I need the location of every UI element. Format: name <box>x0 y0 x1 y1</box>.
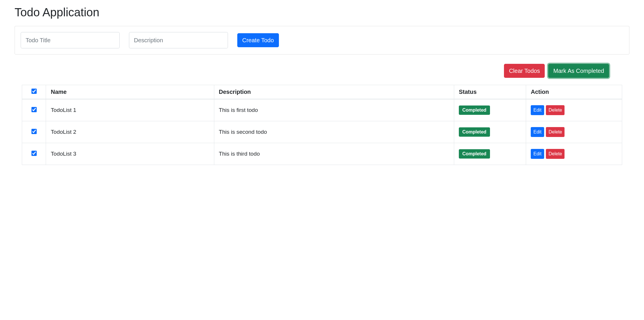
todo-description-input[interactable] <box>129 32 228 48</box>
mark-as-completed-button[interactable]: Mark As Completed <box>548 64 609 78</box>
select-all-checkbox[interactable] <box>31 89 37 94</box>
table-row: TodoList 1This is first todoCompletedEdi… <box>22 99 622 121</box>
row-description: This is first todo <box>214 99 454 121</box>
row-checkbox[interactable] <box>31 129 37 134</box>
row-description: This is second todo <box>214 121 454 143</box>
todo-title-input[interactable] <box>21 32 120 48</box>
create-todo-button[interactable]: Create Todo <box>237 33 279 47</box>
create-todo-card: Create Todo <box>15 26 629 54</box>
edit-button[interactable]: Edit <box>531 127 544 137</box>
row-checkbox[interactable] <box>31 107 37 112</box>
clear-todos-button[interactable]: Clear Todos <box>504 64 545 78</box>
status-badge: Completed <box>459 106 490 115</box>
row-description: This is third todo <box>214 143 454 165</box>
delete-button[interactable]: Delete <box>546 105 565 115</box>
column-header-status: Status <box>454 85 526 99</box>
edit-button[interactable]: Edit <box>531 149 544 159</box>
row-name: TodoList 2 <box>46 121 214 143</box>
page-title: Todo Application <box>15 6 629 19</box>
row-name: TodoList 1 <box>46 99 214 121</box>
todos-table: Name Description Status Action TodoList … <box>22 85 622 165</box>
row-checkbox[interactable] <box>31 151 37 156</box>
table-row: TodoList 2This is second todoCompletedEd… <box>22 121 622 143</box>
column-header-action: Action <box>526 85 622 99</box>
table-row: TodoList 3This is third todoCompletedEdi… <box>22 143 622 165</box>
status-badge: Completed <box>459 127 490 137</box>
row-name: TodoList 3 <box>46 143 214 165</box>
column-header-name: Name <box>46 85 214 99</box>
status-badge: Completed <box>459 149 490 159</box>
delete-button[interactable]: Delete <box>546 149 565 159</box>
edit-button[interactable]: Edit <box>531 105 544 115</box>
column-header-description: Description <box>214 85 454 99</box>
delete-button[interactable]: Delete <box>546 127 565 137</box>
